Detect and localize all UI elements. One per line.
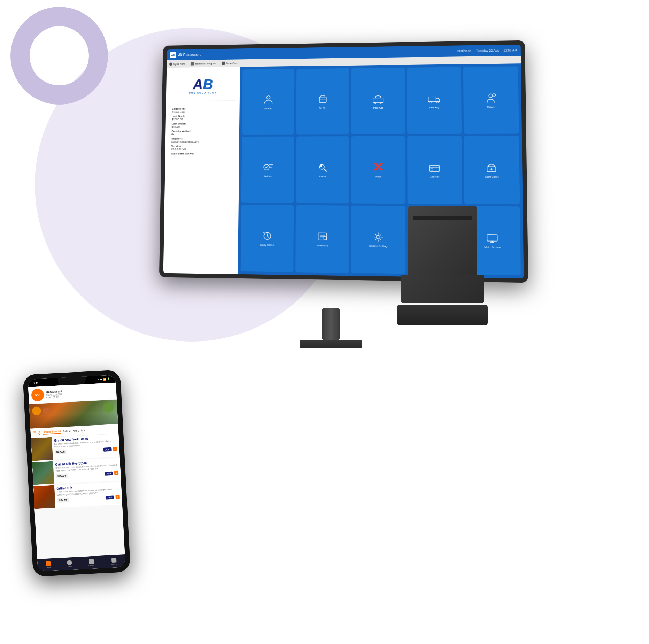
menu-tab-sides[interactable]: Sides Orders (63, 429, 79, 433)
menu-item-3-add-button[interactable]: Add (106, 495, 114, 499)
phone-time: 9:41 (33, 382, 38, 384)
nav-home-label: Home (46, 566, 51, 569)
nav-item-counter[interactable]: Counter (88, 559, 95, 566)
grid-item-inventory[interactable]: Inventory (295, 205, 349, 273)
menu-tab-house-special[interactable]: House Special (43, 430, 61, 435)
time-info: 11:55 AM (503, 48, 517, 52)
timecard-icon (222, 62, 225, 65)
menu-item-2-actions: Add + (104, 471, 118, 476)
left-info-panel: AB POS SOLUTIONS Logged In: Demo User La… (163, 67, 240, 274)
menu-item-2-content: Grilled Rib Eye Steak Grilled outside, c… (53, 458, 121, 484)
grid-item-cashier[interactable]: Cashier (407, 136, 462, 204)
svg-point-7 (430, 102, 431, 103)
menu-item-1-plus-button[interactable]: + (113, 447, 117, 451)
grid-item-pick-up[interactable]: Pick Up (351, 68, 405, 134)
driver-label: Driver (487, 105, 495, 108)
pick-up-icon (371, 93, 385, 105)
grid-item-daily-close[interactable]: Daily Close (241, 205, 294, 272)
recall-icon (316, 161, 330, 174)
decorative-o-ring-large (10, 7, 108, 105)
void-label: Voids (375, 175, 382, 178)
menu-item-2-price: $27.95 (56, 473, 68, 478)
grid-item-to-go[interactable]: To Go (296, 68, 349, 135)
nav-item-table[interactable]: Table (67, 560, 72, 568)
support-row: Support: support@abposus.com (171, 137, 233, 143)
recall-label: Recall (319, 175, 326, 178)
void-icon: ✕ (371, 161, 385, 174)
pos-system: AB JD Restaurant Station 01 Tuesday 22 A… (105, 42, 557, 355)
header-left: AB JD Restaurant (170, 52, 201, 58)
nav-counter-label: Counter (88, 564, 94, 566)
grid-item-settles[interactable]: Settles (241, 137, 294, 203)
grid-item-staff-bank[interactable]: Staff Bank (464, 136, 520, 204)
menu-item-1-image (31, 437, 53, 461)
settles-icon (261, 161, 275, 174)
inventory-icon (315, 230, 329, 243)
home-icon (46, 561, 51, 566)
driver-icon (484, 92, 498, 104)
svg-point-11 (264, 164, 269, 170)
menu-item-3-image (33, 485, 55, 509)
phone-screen: 9:41 ●●● 📶 🔋 OOO Restaurant Close 03:00/… (28, 375, 126, 572)
menu-item-1-actions: Add + (103, 447, 117, 452)
info-section: Logged In: Demo User Last Bach: $1000.00… (169, 104, 237, 159)
grid-item-driver[interactable]: Driver (463, 66, 519, 134)
menu-item-3-plus-button[interactable]: + (115, 495, 120, 499)
menu-tab-more[interactable]: Me... (81, 429, 87, 432)
grid-item-void[interactable]: ✕ Voids (351, 136, 405, 204)
cashier-icon (427, 161, 442, 174)
void-x-symbol: ✕ (372, 161, 384, 174)
inventory-label: Inventory (317, 244, 328, 247)
counter-icon (89, 559, 94, 564)
header-logo-badge: AB (170, 52, 176, 58)
menu-item-3: Grilled Rib A nice steak, from our resta… (33, 482, 122, 509)
ab-logo-letters: AB (189, 77, 217, 92)
nav-item-signup[interactable]: Sign Up (110, 558, 117, 565)
nav-table-label: Table (67, 565, 71, 568)
to-go-icon (316, 93, 330, 105)
terminal-slot (413, 216, 472, 220)
cashier-label: Cashier (430, 175, 439, 178)
delivery-icon (427, 92, 441, 104)
food-hero-image (29, 400, 118, 429)
phone-notch (58, 376, 86, 385)
last-batch-row: Last Bach: $1000.00 (172, 114, 233, 121)
grid-item-dine-in[interactable]: Dine In (242, 69, 295, 135)
date-info: Tuesday 22 Aug (476, 49, 499, 53)
menu-hamburger-icon[interactable]: ☰ (33, 431, 36, 435)
timecard-toolbar-item[interactable]: Time Card (222, 61, 238, 65)
staff-bank-icon (484, 161, 499, 174)
monitor-stand (296, 308, 366, 348)
delivery-label: Delivery (429, 106, 439, 109)
ab-logo-container: AB POS SOLUTIONS (189, 77, 217, 94)
menu-item-2-add-button[interactable]: Add (104, 471, 113, 475)
logo-area: AB POS SOLUTIONS (169, 70, 237, 101)
svg-rect-29 (324, 237, 326, 239)
support-icon (191, 62, 194, 66)
menu-item-2-plus-button[interactable]: + (114, 471, 119, 475)
stand-plate (300, 340, 362, 348)
svg-point-8 (437, 102, 438, 103)
nav-item-home[interactable]: Home (46, 561, 51, 569)
sync-toolbar-item[interactable]: Sync Now (169, 62, 185, 66)
phone-signal: ●●● 📶 🔋 (98, 378, 110, 381)
terminal-mid (401, 275, 484, 303)
station-setting-icon (371, 231, 385, 243)
grid-item-delivery[interactable]: Delivery (407, 67, 462, 134)
support-toolbar-item[interactable]: Technical Support (191, 62, 216, 66)
signup-icon (111, 558, 116, 563)
menu-item-1-add-button[interactable]: Add (103, 447, 112, 451)
menu-item-3-price: $27.95 (57, 497, 69, 503)
terminal-bottom (397, 305, 488, 325)
daily-close-icon (260, 230, 274, 242)
header-right-info: Station 01 Tuesday 22 Aug 11:55 AM (457, 48, 517, 53)
nav-signup-label: Sign Up (111, 563, 117, 565)
dine-in-icon (261, 93, 275, 106)
menu-item-1-content: Grilled New York Steak 8oz steak are bro… (52, 434, 119, 460)
svg-point-0 (266, 96, 270, 99)
menu-back-arrow[interactable]: ❮ (38, 431, 41, 435)
staff-bank-label: Staff Bank (485, 175, 498, 178)
grid-item-recall[interactable]: Recall (296, 136, 349, 203)
menu-item-1-price: $27.95 (54, 449, 67, 454)
svg-rect-20 (431, 169, 433, 170)
